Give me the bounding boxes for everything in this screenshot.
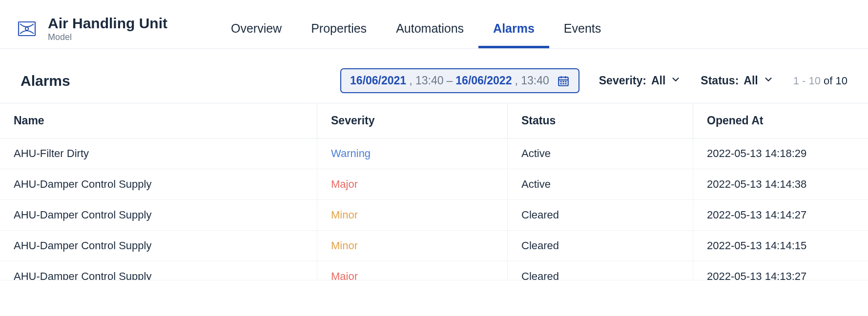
model-icon bbox=[15, 17, 39, 41]
cell-name: AHU-Damper Control Supply bbox=[0, 231, 317, 261]
col-name[interactable]: Name bbox=[0, 103, 317, 138]
severity-filter-value: All bbox=[651, 74, 665, 87]
svg-rect-0 bbox=[19, 22, 35, 36]
status-filter[interactable]: Status: All bbox=[701, 74, 773, 88]
cell-opened: 2022-05-13 14:18:29 bbox=[693, 138, 868, 169]
cell-name: AHU-Damper Control Supply bbox=[0, 200, 317, 230]
severity-filter-label: Severity: bbox=[599, 74, 646, 87]
page-header: Air Handling Unit Model Overview Propert… bbox=[0, 0, 868, 49]
cell-status: Active bbox=[508, 169, 693, 199]
tab-alarms[interactable]: Alarms bbox=[478, 9, 549, 48]
cell-severity: Minor bbox=[317, 200, 508, 230]
page-subtitle: Model bbox=[48, 32, 167, 42]
cell-opened: 2022-05-13 14:14:27 bbox=[693, 200, 868, 230]
time-start: , 13:40 bbox=[409, 74, 443, 87]
tab-properties[interactable]: Properties bbox=[296, 9, 381, 48]
pagination-label: 1 - 10 of 10 bbox=[793, 75, 847, 87]
page-title: Air Handling Unit bbox=[48, 15, 167, 31]
date-start: 16/06/2021 bbox=[350, 74, 406, 87]
toolbar: Alarms 16/06/2021, 13:40 – 16/06/2022, 1… bbox=[0, 49, 868, 103]
pagination-of: of 10 bbox=[821, 75, 847, 87]
pagination-range: 1 - 10 bbox=[793, 75, 821, 87]
chevron-down-icon bbox=[670, 74, 681, 88]
cell-opened: 2022-05-13 14:14:38 bbox=[693, 169, 868, 199]
date-separator: – bbox=[447, 74, 453, 87]
svg-rect-11 bbox=[565, 83, 566, 84]
cell-opened: 2022-05-13 14:13:27 bbox=[693, 261, 868, 280]
cell-severity: Minor bbox=[317, 231, 508, 261]
svg-rect-8 bbox=[565, 81, 566, 82]
svg-rect-10 bbox=[562, 83, 564, 84]
svg-rect-9 bbox=[560, 83, 561, 84]
cell-name: AHU-Damper Control Supply bbox=[0, 261, 317, 280]
cell-opened: 2022-05-13 14:14:15 bbox=[693, 231, 868, 261]
col-status[interactable]: Status bbox=[508, 103, 693, 138]
cell-severity: Major bbox=[317, 261, 508, 280]
col-severity[interactable]: Severity bbox=[317, 103, 508, 138]
table-body: AHU-Filter DirtyWarningActive2022-05-13 … bbox=[0, 138, 868, 280]
date-range-picker[interactable]: 16/06/2021, 13:40 – 16/06/2022, 13:40 bbox=[340, 68, 579, 93]
table-row[interactable]: AHU-Damper Control SupplyMinorCleared202… bbox=[0, 200, 868, 231]
table-row[interactable]: AHU-Filter DirtyWarningActive2022-05-13 … bbox=[0, 138, 868, 169]
table-row[interactable]: AHU-Damper Control SupplyMajorCleared202… bbox=[0, 261, 868, 280]
cell-name: AHU-Damper Control Supply bbox=[0, 169, 317, 199]
alarms-table: Name Severity Status Opened At AHU-Filte… bbox=[0, 103, 868, 280]
section-title: Alarms bbox=[21, 73, 70, 89]
cell-severity: Warning bbox=[317, 138, 508, 169]
cell-status: Cleared bbox=[508, 231, 693, 261]
status-filter-value: All bbox=[744, 74, 758, 87]
col-opened[interactable]: Opened At bbox=[693, 103, 868, 138]
cell-status: Active bbox=[508, 138, 693, 169]
title-block: Air Handling Unit Model bbox=[48, 15, 167, 42]
table-header: Name Severity Status Opened At bbox=[0, 103, 868, 138]
status-filter-label: Status: bbox=[701, 74, 739, 87]
svg-point-1 bbox=[25, 27, 28, 30]
severity-filter[interactable]: Severity: All bbox=[599, 74, 682, 88]
tabs: Overview Properties Automations Alarms E… bbox=[216, 9, 616, 48]
cell-name: AHU-Filter Dirty bbox=[0, 138, 317, 169]
calendar-icon bbox=[557, 75, 570, 87]
time-end: , 13:40 bbox=[515, 74, 549, 87]
tab-automations[interactable]: Automations bbox=[381, 9, 478, 48]
cell-severity: Major bbox=[317, 169, 508, 199]
cell-status: Cleared bbox=[508, 261, 693, 280]
chevron-down-icon bbox=[763, 74, 774, 88]
tab-events[interactable]: Events bbox=[549, 9, 616, 48]
tab-overview[interactable]: Overview bbox=[216, 9, 296, 48]
svg-rect-6 bbox=[560, 81, 561, 82]
date-end: 16/06/2022 bbox=[455, 74, 512, 87]
table-row[interactable]: AHU-Damper Control SupplyMinorCleared202… bbox=[0, 231, 868, 261]
cell-status: Cleared bbox=[508, 200, 693, 230]
svg-rect-7 bbox=[562, 81, 564, 82]
table-row[interactable]: AHU-Damper Control SupplyMajorActive2022… bbox=[0, 169, 868, 200]
